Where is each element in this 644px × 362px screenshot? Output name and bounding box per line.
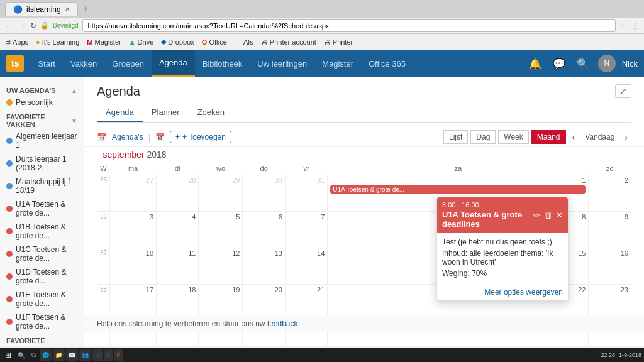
sidebar-persoonlijk[interactable]: Persoonlijk	[0, 96, 84, 109]
nav-uw-leerlingen[interactable]: Uw leerlingen	[250, 50, 314, 77]
cal-day[interactable]: 5	[199, 212, 243, 248]
refresh-button[interactable]: ↻	[30, 21, 36, 30]
cal-day[interactable]: 14	[285, 248, 327, 285]
nav-groepen[interactable]: Groepen	[104, 50, 152, 77]
tab-agenda[interactable]: Agenda	[97, 104, 143, 122]
edit-icon[interactable]: ✏	[533, 211, 540, 220]
star-icon[interactable]: ☆	[619, 21, 627, 30]
cal-day[interactable]: 27	[110, 175, 157, 212]
cal-day[interactable]: 28	[157, 175, 199, 212]
vak3-dot	[6, 183, 13, 189]
favoriete-projecten-header[interactable]: FAVORIETE PROJECTEN	[0, 333, 84, 346]
chat-icon[interactable]: 💬	[550, 55, 568, 72]
cal-day[interactable]: 2	[589, 175, 631, 212]
new-tab-button[interactable]: ＋	[80, 3, 91, 16]
add-button[interactable]: + + Toevoegen	[170, 131, 231, 143]
agendas-link[interactable]: Agenda's	[112, 133, 143, 141]
nav-magister[interactable]: Magister	[314, 50, 361, 77]
menu-icon[interactable]: ⋮	[631, 21, 639, 30]
cal-day[interactable]: 10	[110, 248, 157, 285]
toolbar: 📅 Agenda's | 📅 + + Toevoegen Lijst Dag W…	[84, 128, 644, 147]
nav-agenda[interactable]: Agenda	[152, 50, 195, 77]
sidebar-vak-3[interactable]: Maatschappij lj 1 18/19	[0, 175, 84, 197]
cal-day[interactable]: 4	[157, 212, 199, 248]
bookmark-office[interactable]: O Office	[202, 38, 227, 46]
cal-day[interactable]: 6	[243, 212, 285, 248]
forward-button[interactable]: →	[18, 21, 26, 31]
view-list-btn[interactable]: Lijst	[443, 130, 468, 144]
nav-start[interactable]: Start	[30, 50, 62, 77]
feedback-link[interactable]: feedback	[267, 319, 298, 328]
view-day-btn[interactable]: Dag	[470, 130, 496, 144]
sidebar-vak-2[interactable]: Duits leerjaar 1 (2018-2...	[0, 152, 84, 175]
cal-day[interactable]: 30	[243, 175, 285, 212]
day-number: 27	[113, 177, 153, 184]
collapse-arrow: ▲	[71, 87, 77, 94]
day-number: 23	[591, 286, 628, 293]
popup-test-label: Test (je hebt nu dus geen toets ;)	[442, 238, 563, 246]
sidebar-vak-1[interactable]: Algemeen leerjaar 1	[0, 129, 84, 152]
day-number: 19	[201, 286, 240, 293]
sidebar-vak-5[interactable]: U1B Toetsen & grote de...	[0, 220, 84, 243]
tab-favicon: 🔵	[13, 5, 23, 14]
bookmark-drive[interactable]: ▲ Drive	[129, 38, 154, 46]
nav-office365[interactable]: Office 365	[361, 50, 413, 77]
sidebar-vak-7[interactable]: U1D Toetsen & grote d...	[0, 265, 84, 288]
notification-icon[interactable]: 🔔	[526, 55, 544, 72]
active-tab[interactable]: 🔵 itslearning ✕	[5, 2, 78, 16]
delete-icon[interactable]: 🗑	[544, 211, 552, 220]
cal-day[interactable]: 9	[589, 212, 631, 248]
cal-day[interactable]: 16	[589, 248, 631, 285]
nav-bibliotheek[interactable]: Bibliotheek	[195, 50, 250, 77]
popup-weging-label: Weging: 70%	[442, 269, 563, 278]
cal-day[interactable]: 29	[199, 175, 243, 212]
cal-day[interactable]: 7	[285, 212, 327, 248]
cal-day[interactable]: 31	[285, 175, 327, 212]
view-month-btn[interactable]: Maand	[531, 130, 566, 144]
toolbar-right: Lijst Dag Week Maand ‹ Vandaag ›	[443, 130, 631, 144]
search-icon[interactable]: 🔍	[574, 55, 592, 72]
tab-zoeken[interactable]: Zoeken	[189, 104, 233, 122]
bookmark-itslearning[interactable]: ● It's Learning	[36, 38, 79, 46]
sidebar: UW AGENDA'S ▲ Persoonlijk FAVORIETE VAKK…	[0, 77, 84, 346]
prev-button[interactable]: ‹	[569, 131, 579, 143]
col-za: za	[328, 162, 589, 175]
favoriete-vakken-header[interactable]: FAVORIETE VAKKEN ▼	[0, 109, 84, 129]
close-icon[interactable]: ✕	[556, 211, 563, 220]
vak2-label: Duits leerjaar 1 (2018-2...	[16, 155, 77, 172]
bookmark-magister[interactable]: M Magister	[87, 38, 121, 46]
bookmark-printer-account[interactable]: 🖨 Printer account	[261, 38, 316, 46]
day-number: 16	[591, 250, 628, 257]
bookmark-dropbox[interactable]: ◆ Dropbox	[161, 38, 194, 46]
sidebar-vak-8[interactable]: U1E Toetsen & grote de...	[0, 288, 84, 310]
avatar[interactable]: N	[598, 55, 616, 72]
tab-planner[interactable]: Planner	[143, 104, 189, 122]
sidebar-vak-9[interactable]: U1F Toetsen & grote de...	[0, 310, 84, 333]
meer-opties-link[interactable]: Meer opties weergeven	[437, 285, 568, 300]
event-u1a[interactable]: U1A Toetsen & grote de...	[330, 185, 586, 194]
sidebar-vak-6[interactable]: U1C Toetsen & grote de...	[0, 243, 84, 265]
secure-label: Beveiligd	[53, 22, 79, 29]
tab-close-icon[interactable]: ✕	[65, 6, 70, 13]
url-input[interactable]	[82, 19, 616, 32]
bookmark-apps[interactable]: ⊞ Apps	[5, 38, 28, 46]
uw-agendas-header[interactable]: UW AGENDA'S ▲	[0, 83, 84, 96]
day-number: 10	[113, 250, 153, 257]
sidebar-vak-4[interactable]: U1A Toetsen & grote de...	[0, 197, 84, 220]
cal-day[interactable]: 13	[243, 248, 285, 285]
next-button[interactable]: ›	[621, 131, 631, 143]
day-number: 7	[288, 213, 325, 221]
footer-text: Help ons itslearning te verbeteren en st…	[97, 319, 265, 328]
cal-day[interactable]: 3	[110, 212, 157, 248]
separator: |	[148, 133, 150, 142]
today-button[interactable]: Vandaag	[581, 131, 618, 143]
view-week-btn[interactable]: Week	[498, 130, 528, 144]
bookmark-printer[interactable]: 🖨 Printer	[324, 38, 353, 46]
nav-vakken[interactable]: Vakken	[63, 50, 104, 77]
cal-day[interactable]: 11	[157, 248, 199, 285]
back-button[interactable]: ←	[5, 21, 14, 31]
bookmark-afs[interactable]: — Afs	[235, 38, 253, 46]
cal-day[interactable]: 12	[199, 248, 243, 285]
expand-button[interactable]: ⤢	[615, 84, 631, 98]
vak8-label: U1E Toetsen & grote de...	[16, 290, 77, 308]
